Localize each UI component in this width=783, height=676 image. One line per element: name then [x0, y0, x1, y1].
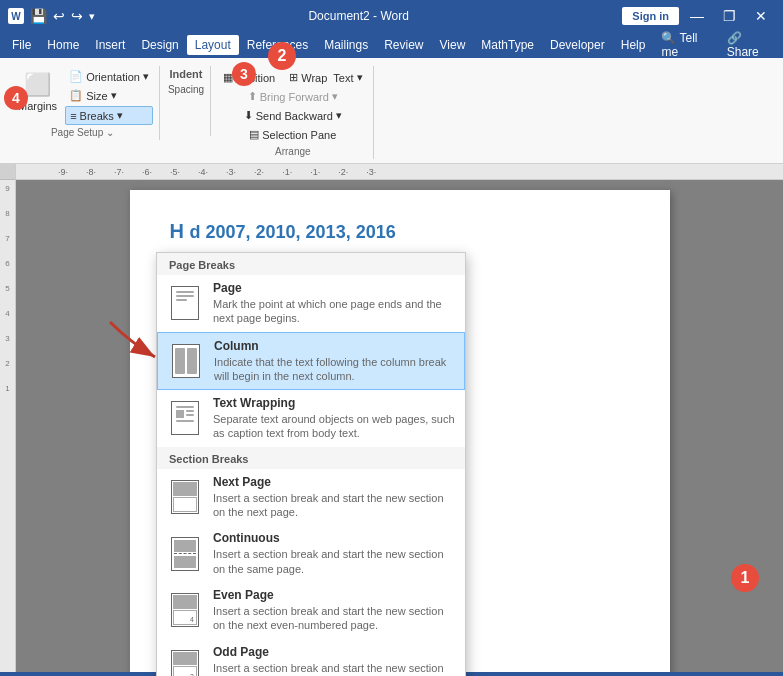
menu-bar: File Home Insert Design Layout Reference…	[0, 32, 783, 58]
breaks-icon: ≡	[70, 110, 76, 122]
step-1-badge: 1	[731, 564, 759, 592]
break-page-icon	[167, 285, 203, 321]
ribbon: 2 3 4 ⬜ Margins 📄 Orientation ▾ 📋	[0, 58, 783, 164]
page-setup-buttons: ⬜ Margins 📄 Orientation ▾ 📋 Size ▾	[12, 68, 153, 125]
section-breaks-title: Section Breaks	[157, 447, 465, 469]
menu-insert[interactable]: Insert	[87, 35, 133, 55]
bring-forward-icon: ⬆	[248, 90, 257, 103]
break-oddpage-icon: 3	[167, 649, 203, 676]
step-4-badge: 4	[4, 86, 28, 110]
menu-home[interactable]: Home	[39, 35, 87, 55]
horizontal-ruler: ·9· ·8· ·7· ·6· ·5· ·4· ·3· ·2· ·1· ·1· …	[16, 164, 783, 180]
selection-pane-button[interactable]: ▤ Selection Pane	[245, 126, 340, 143]
ribbon-group-indent: Indent Spacing	[162, 66, 211, 136]
break-oddpage-text: Odd Page Insert a section break and star…	[213, 645, 455, 676]
break-oddpage-item[interactable]: 3 Odd Page Insert a section break and st…	[157, 639, 465, 676]
break-page-item[interactable]: Page Mark the point at which one page en…	[157, 275, 465, 332]
spacing-label: Spacing	[168, 84, 204, 95]
minimize-button[interactable]: —	[683, 6, 711, 26]
break-nextpage-icon	[167, 479, 203, 515]
menu-help[interactable]: Help	[613, 35, 654, 55]
break-continuous-icon	[167, 536, 203, 572]
indent-label: Indent	[170, 68, 203, 80]
size-button[interactable]: 📋 Size ▾	[65, 87, 153, 104]
orientation-button[interactable]: 📄 Orientation ▾	[65, 68, 153, 85]
selection-pane-icon: ▤	[249, 128, 259, 141]
arrange-label: Arrange	[275, 144, 311, 157]
break-continuous-text: Continuous Insert a section break and st…	[213, 531, 455, 576]
wrap-chevron: ▾	[357, 71, 363, 84]
menu-layout[interactable]: Layout	[187, 35, 239, 55]
orientation-chevron: ▾	[143, 70, 149, 83]
redo-icon[interactable]: ↪	[71, 8, 83, 24]
page-breaks-title: Page Breaks	[157, 253, 465, 275]
break-textwrap-icon	[167, 400, 203, 436]
bring-forward-button[interactable]: ⬆ Bring Forward ▾	[244, 88, 342, 105]
step-3-badge: 3	[232, 62, 256, 86]
breaks-button[interactable]: ≡ Breaks ▾	[65, 106, 153, 125]
breaks-dropdown[interactable]: Page Breaks Page Mark the point at which…	[156, 252, 466, 676]
send-backward-chevron: ▾	[336, 109, 342, 122]
word-icon: W	[8, 8, 24, 24]
menu-developer[interactable]: Developer	[542, 35, 613, 55]
size-chevron: ▾	[111, 89, 117, 102]
break-page-text: Page Mark the point at which one page en…	[213, 281, 455, 326]
save-icon[interactable]: 💾	[30, 8, 47, 24]
break-column-icon	[168, 343, 204, 379]
send-backward-button[interactable]: ⬇ Send Backward ▾	[240, 107, 346, 124]
step-2-badge: 2	[268, 42, 296, 70]
signin-button[interactable]: Sign in	[622, 7, 679, 25]
bring-forward-chevron: ▾	[332, 90, 338, 103]
break-evenpage-icon: 4	[167, 592, 203, 628]
close-button[interactable]: ✕	[747, 6, 775, 26]
vertical-ruler: 9 8 7 6 5 4 3 2 1	[0, 164, 16, 672]
menu-file[interactable]: File	[4, 35, 39, 55]
undo-icon[interactable]: ↩	[53, 8, 65, 24]
send-backward-icon: ⬇	[244, 109, 253, 122]
doc-title: H d 2007, 2010, 2013, 2016	[170, 220, 630, 243]
break-column-item[interactable]: Column Indicate that the text following …	[157, 332, 465, 391]
menu-tell-me[interactable]: 🔍 Tell me	[653, 28, 718, 62]
title-bar-title: Document2 - Word	[95, 9, 622, 23]
break-nextpage-text: Next Page Insert a section break and sta…	[213, 475, 455, 520]
break-textwrap-item[interactable]: Text Wrapping Separate text around objec…	[157, 390, 465, 447]
wrap-text-button[interactable]: ⊞ Wrap Text ▾	[285, 69, 366, 86]
page-setup-label: Page Setup ⌄	[51, 125, 114, 138]
menu-mailings[interactable]: Mailings	[316, 35, 376, 55]
menu-share[interactable]: 🔗 Share	[719, 28, 779, 62]
break-continuous-item[interactable]: Continuous Insert a section break and st…	[157, 525, 465, 582]
break-evenpage-item[interactable]: 4 Even Page Insert a section break and s…	[157, 582, 465, 639]
margins-icon: ⬜	[24, 72, 51, 98]
menu-mathtype[interactable]: MathType	[473, 35, 542, 55]
menu-review[interactable]: Review	[376, 35, 431, 55]
break-column-text: Column Indicate that the text following …	[214, 339, 454, 384]
break-nextpage-item[interactable]: Next Page Insert a section break and sta…	[157, 469, 465, 526]
app-title: Document2 - Word	[308, 9, 408, 23]
break-textwrap-text: Text Wrapping Separate text around objec…	[213, 396, 455, 441]
restore-button[interactable]: ❐	[715, 6, 743, 26]
arrange-row-2: ⬆ Bring Forward ▾	[244, 88, 342, 105]
size-icon: 📋	[69, 89, 83, 102]
wrap-text-icon: ⊞	[289, 71, 298, 84]
ribbon-content: ⬜ Margins 📄 Orientation ▾ 📋 Size ▾	[4, 62, 779, 163]
ribbon-group-page-setup: ⬜ Margins 📄 Orientation ▾ 📋 Size ▾	[6, 66, 160, 140]
menu-design[interactable]: Design	[133, 35, 186, 55]
breaks-chevron: ▾	[117, 109, 123, 122]
title-bar-right: Sign in — ❐ ✕	[622, 6, 775, 26]
title-bar-left: W 💾 ↩ ↪ ▾	[8, 8, 95, 24]
menu-view[interactable]: View	[432, 35, 474, 55]
arrange-row-3: ⬇ Send Backward ▾	[240, 107, 346, 124]
break-evenpage-text: Even Page Insert a section break and sta…	[213, 588, 455, 633]
orientation-icon: 📄	[69, 70, 83, 83]
arrange-row-4: ▤ Selection Pane	[245, 126, 340, 143]
